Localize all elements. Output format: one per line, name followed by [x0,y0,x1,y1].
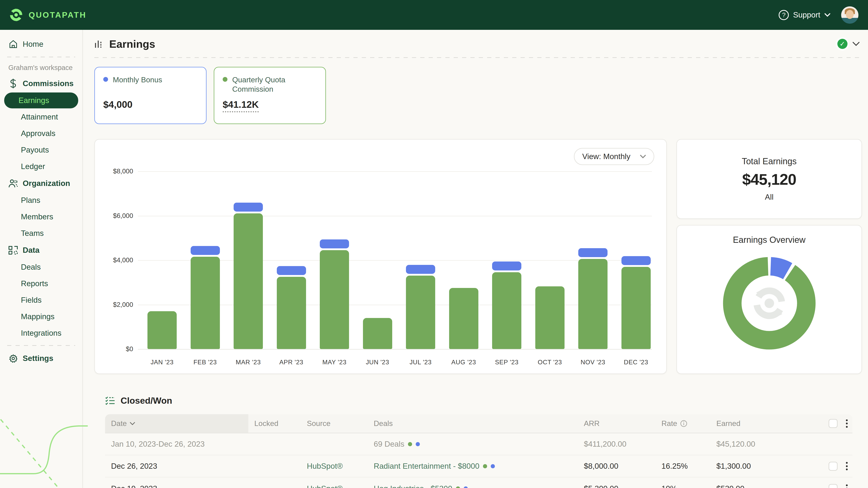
table-row[interactable]: Dec 19, 2023HubSpot®Hog Industries - $53… [105,478,852,488]
bar-segment-monthly-bonus [492,261,521,270]
bar-jun-23[interactable] [363,318,392,349]
bar-segment-quota-commission [621,267,651,349]
quotapath-logo[interactable]: QUOTAPATH [8,7,87,23]
closed-won-table: DateLockedSourceDealsARRRateEarnedJan 10… [105,414,852,488]
row-actions-kebab-icon[interactable] [845,483,849,488]
bar-segment-quota-commission [449,288,478,349]
sidebar-section-commissions: CommissionsEarningsAttainmentApprovalsPa… [0,75,82,174]
sidebar-sections: CommissionsEarningsAttainmentApprovalsPa… [0,75,82,341]
bar-aug-23[interactable] [449,288,478,349]
x-axis-label: OCT '23 [535,359,564,366]
sidebar-item-integrations[interactable]: Integrations [2,325,80,341]
bar-segment-monthly-bonus [320,239,349,248]
sidebar-item-attainment[interactable]: Attainment [2,109,80,125]
sidebar-item-fields[interactable]: Fields [2,292,80,308]
bar-segment-quota-commission [492,272,521,349]
bar-sep-23[interactable] [492,261,521,349]
row-controls [781,483,852,488]
total-earnings-card: Total Earnings $45,120 All [676,139,862,219]
deal-link[interactable]: Radiant Entertainment - $8000 [374,462,479,470]
sidebar-section-label: Commissions [23,79,74,88]
sidebar-section-header-organization[interactable]: Organization [0,175,82,192]
bar-jul-23[interactable] [406,265,435,349]
sidebar-item-deals[interactable]: Deals [2,259,80,275]
view-dropdown[interactable]: View: Monthly [574,148,654,165]
earnings-overview-title: Earnings Overview [733,235,806,245]
bar-mar-23[interactable] [234,203,263,349]
sidebar-item-ledger[interactable]: Ledger [2,159,80,174]
column-header-label: Locked [254,419,278,428]
sidebar-item-approvals[interactable]: Approvals [2,126,80,141]
cell-deals: Radiant Entertainment - $8000 [368,462,578,470]
support-menu[interactable]: ? Support [779,10,830,20]
bar-nov-23[interactable] [578,248,608,349]
closed-won-title: Closed/Won [121,395,172,406]
synced-status-badge: ✓ [836,37,849,51]
main-content: Earnings ✓ Monthly Bonus$4,000Quarterly … [83,30,868,488]
sidebar-section-header-commissions[interactable]: Commissions [0,75,82,92]
cell-arr: $8,000.00 [578,462,655,470]
select-all-checkbox[interactable] [829,419,838,428]
app-root: QUOTAPATH ? Support Home Graham's worksp… [0,0,868,488]
quotapath-logo-icon [8,7,24,23]
summary-card-quarterly-quota-commission[interactable]: Quarterly Quota Commission$41.12K [214,67,326,124]
sidebar-item-payouts[interactable]: Payouts [2,142,80,158]
cell-earned: $1,300.00 [710,462,781,470]
bar-segment-monthly-bonus [277,266,306,275]
sidebar-section-header-data[interactable]: Data [0,242,82,259]
sidebar-item-mappings[interactable]: Mappings [2,308,80,325]
table-row[interactable]: Dec 26, 2023HubSpot®Radiant Entertainmen… [105,455,852,478]
sidebar-item-settings[interactable]: Settings [0,350,82,367]
row-actions-kebab-icon[interactable] [845,461,849,471]
row-checkbox[interactable] [829,484,838,488]
table-row-summary[interactable]: Jan 10, 2023-Dec 26, 202369 Deals$411,20… [105,433,852,455]
summary-card-label-row: Monthly Bonus [103,75,197,94]
summary-card-monthly-bonus[interactable]: Monthly Bonus$4,000 [94,67,207,124]
column-header-earned: Earned [710,414,781,433]
summary-card-label: Monthly Bonus [113,75,162,94]
column-options-kebab-icon[interactable] [845,418,849,429]
bar-segment-quota-commission [234,214,263,349]
sidebar-item-home[interactable]: Home [0,36,82,53]
cell-date: Dec 19, 2023 [105,484,248,488]
chevron-down-icon[interactable] [852,42,860,46]
bar-may-23[interactable] [320,239,349,349]
summary-cards: Monthly Bonus$4,000Quarterly Quota Commi… [94,67,862,124]
bars-group [148,171,651,349]
x-axis-label: JUN '23 [363,359,392,366]
plan-color-dot [408,442,412,446]
summary-card-label: Quarterly Quota Commission [232,75,317,94]
cell-deals: Hog Industries - $5300 [368,484,578,488]
x-axis-labels: JAN '23FEB '23MAR '23APR '23MAY '23JUN '… [148,359,651,366]
x-axis-label: DEC '23 [621,359,651,366]
cell-source: HubSpot® [301,462,368,470]
bar-segment-quota-commission [535,286,564,349]
cell-rate: 10% [655,484,710,488]
sidebar-section-label: Organization [23,179,70,188]
sidebar-item-members[interactable]: Members [2,209,80,225]
row-checkbox[interactable] [829,462,838,471]
bar-dec-23[interactable] [621,256,651,349]
y-axis-label: $4,000 [104,256,133,264]
column-header-arr: ARR [578,414,655,433]
bar-segment-monthly-bonus [406,265,435,274]
bar-segment-quota-commission [363,318,392,349]
sidebar-item-reports[interactable]: Reports [2,275,80,292]
chevron-down-icon [640,155,646,158]
deal-link[interactable]: Hog Industries - $5300 [374,484,452,488]
sidebar-item-plans[interactable]: Plans [2,192,80,208]
sidebar: Home Graham's workspace CommissionsEarni… [0,30,83,488]
support-label: Support [793,10,820,19]
gear-icon [8,354,18,363]
sidebar-item-teams[interactable]: Teams [2,225,80,241]
page-header: Earnings ✓ [94,30,862,58]
bar-chart-plot: $0$2,000$4,000$6,000$8,000 [104,171,652,349]
bar-apr-23[interactable] [277,266,306,349]
bar-oct-23[interactable] [535,286,564,349]
bar-feb-23[interactable] [191,246,220,349]
data-icon [8,246,18,255]
sidebar-item-earnings[interactable]: Earnings [4,93,78,108]
column-header-date[interactable]: Date [105,414,248,433]
bar-jan-23[interactable] [148,311,177,349]
user-avatar[interactable] [841,6,859,24]
